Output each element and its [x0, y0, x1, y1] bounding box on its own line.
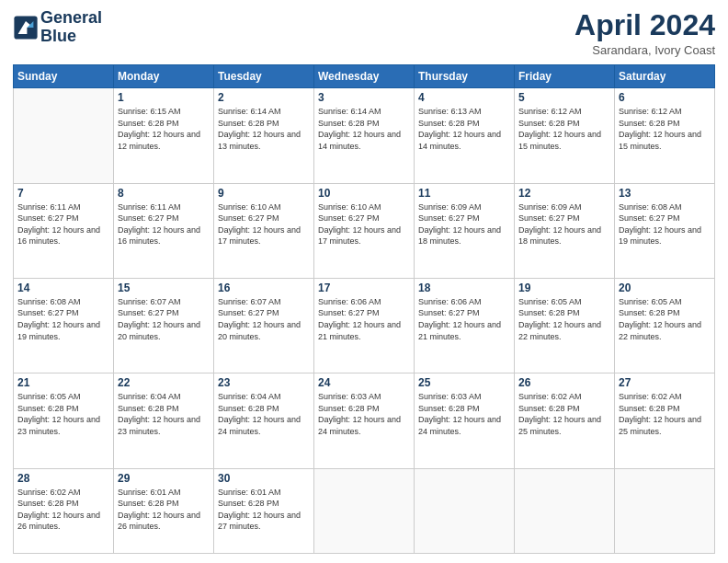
weekday-header: Friday: [515, 65, 615, 88]
calendar-cell: 21Sunrise: 6:05 AMSunset: 6:28 PMDayligh…: [14, 373, 114, 468]
calendar-cell: 11Sunrise: 6:09 AMSunset: 6:27 PMDayligh…: [415, 183, 515, 278]
calendar-cell: 15Sunrise: 6:07 AMSunset: 6:27 PMDayligh…: [114, 278, 214, 373]
day-number: 16: [218, 282, 310, 294]
header: General Blue April 2024 Sarandara, Ivory…: [13, 9, 715, 57]
day-number: 19: [518, 282, 610, 294]
calendar-cell: [615, 468, 715, 554]
subtitle: Sarandara, Ivory Coast: [574, 43, 715, 57]
logo-icon: [13, 15, 39, 40]
day-number: 6: [619, 91, 711, 104]
calendar-cell: 18Sunrise: 6:06 AMSunset: 6:27 PMDayligh…: [415, 278, 515, 373]
day-number: 8: [118, 187, 210, 200]
day-info: Sunrise: 6:05 AMSunset: 6:28 PMDaylight:…: [619, 296, 711, 342]
main-title: April 2024: [574, 9, 715, 41]
weekday-header: Tuesday: [214, 65, 314, 88]
day-info: Sunrise: 6:11 AMSunset: 6:27 PMDaylight:…: [17, 201, 109, 247]
day-number: 12: [518, 187, 610, 200]
day-info: Sunrise: 6:07 AMSunset: 6:27 PMDaylight:…: [118, 296, 210, 342]
day-info: Sunrise: 6:09 AMSunset: 6:27 PMDaylight:…: [518, 201, 610, 247]
day-number: 13: [619, 187, 711, 200]
calendar-week-row: 1Sunrise: 6:15 AMSunset: 6:28 PMDaylight…: [14, 88, 715, 183]
calendar-cell: 29Sunrise: 6:01 AMSunset: 6:28 PMDayligh…: [114, 468, 214, 554]
calendar-cell: 30Sunrise: 6:01 AMSunset: 6:28 PMDayligh…: [214, 468, 314, 554]
day-info: Sunrise: 6:07 AMSunset: 6:27 PMDaylight:…: [218, 296, 310, 342]
logo-text: General Blue: [40, 9, 102, 46]
page: General Blue April 2024 Sarandara, Ivory…: [0, 0, 728, 563]
calendar-cell: [314, 468, 415, 554]
title-block: April 2024 Sarandara, Ivory Coast: [574, 9, 715, 57]
day-info: Sunrise: 6:08 AMSunset: 6:27 PMDaylight:…: [17, 296, 109, 342]
day-number: 28: [17, 472, 109, 485]
day-number: 30: [218, 472, 310, 485]
logo: General Blue: [13, 9, 102, 46]
calendar-cell: 17Sunrise: 6:06 AMSunset: 6:27 PMDayligh…: [314, 278, 415, 373]
calendar-week-row: 7Sunrise: 6:11 AMSunset: 6:27 PMDaylight…: [14, 183, 715, 278]
day-number: 21: [17, 376, 109, 389]
calendar-cell: 2Sunrise: 6:14 AMSunset: 6:28 PMDaylight…: [214, 88, 314, 183]
day-number: 24: [318, 376, 410, 389]
weekday-header-row: SundayMondayTuesdayWednesdayThursdayFrid…: [14, 65, 715, 88]
day-number: 11: [418, 187, 510, 200]
calendar-cell: 25Sunrise: 6:03 AMSunset: 6:28 PMDayligh…: [415, 373, 515, 468]
day-info: Sunrise: 6:10 AMSunset: 6:27 PMDaylight:…: [318, 201, 410, 247]
calendar-cell: 3Sunrise: 6:14 AMSunset: 6:28 PMDaylight…: [314, 88, 415, 183]
calendar-cell: 23Sunrise: 6:04 AMSunset: 6:28 PMDayligh…: [214, 373, 314, 468]
day-number: 27: [619, 376, 711, 389]
day-number: 15: [118, 282, 210, 294]
calendar-cell: 9Sunrise: 6:10 AMSunset: 6:27 PMDaylight…: [214, 183, 314, 278]
day-info: Sunrise: 6:04 AMSunset: 6:28 PMDaylight:…: [118, 391, 210, 437]
day-info: Sunrise: 6:12 AMSunset: 6:28 PMDaylight:…: [518, 106, 610, 152]
calendar-cell: 1Sunrise: 6:15 AMSunset: 6:28 PMDaylight…: [114, 88, 214, 183]
day-info: Sunrise: 6:01 AMSunset: 6:28 PMDaylight:…: [218, 487, 310, 533]
calendar-cell: 26Sunrise: 6:02 AMSunset: 6:28 PMDayligh…: [515, 373, 615, 468]
day-number: 29: [118, 472, 210, 485]
day-info: Sunrise: 6:03 AMSunset: 6:28 PMDaylight:…: [418, 391, 510, 437]
day-info: Sunrise: 6:08 AMSunset: 6:27 PMDaylight:…: [619, 201, 711, 247]
calendar-cell: 24Sunrise: 6:03 AMSunset: 6:28 PMDayligh…: [314, 373, 415, 468]
calendar-cell: [14, 88, 114, 183]
day-number: 2: [218, 91, 310, 104]
day-number: 14: [17, 282, 109, 294]
weekday-header: Saturday: [615, 65, 715, 88]
calendar-cell: 27Sunrise: 6:02 AMSunset: 6:28 PMDayligh…: [615, 373, 715, 468]
calendar-cell: 20Sunrise: 6:05 AMSunset: 6:28 PMDayligh…: [615, 278, 715, 373]
day-info: Sunrise: 6:02 AMSunset: 6:28 PMDaylight:…: [619, 391, 711, 437]
logo-line1: General: [40, 8, 102, 27]
day-info: Sunrise: 6:06 AMSunset: 6:27 PMDaylight:…: [418, 296, 510, 342]
logo-line2: Blue: [40, 27, 76, 45]
calendar-cell: 22Sunrise: 6:04 AMSunset: 6:28 PMDayligh…: [114, 373, 214, 468]
day-number: 10: [318, 187, 410, 200]
day-number: 4: [418, 91, 510, 104]
day-info: Sunrise: 6:10 AMSunset: 6:27 PMDaylight:…: [218, 201, 310, 247]
calendar-cell: 7Sunrise: 6:11 AMSunset: 6:27 PMDaylight…: [14, 183, 114, 278]
calendar-table: SundayMondayTuesdayWednesdayThursdayFrid…: [13, 64, 715, 554]
day-number: 20: [619, 282, 711, 294]
day-info: Sunrise: 6:14 AMSunset: 6:28 PMDaylight:…: [218, 106, 310, 152]
calendar-cell: 14Sunrise: 6:08 AMSunset: 6:27 PMDayligh…: [14, 278, 114, 373]
day-number: 9: [218, 187, 310, 200]
calendar-cell: [415, 468, 515, 554]
calendar-cell: [515, 468, 615, 554]
calendar-week-row: 14Sunrise: 6:08 AMSunset: 6:27 PMDayligh…: [14, 278, 715, 373]
day-number: 25: [418, 376, 510, 389]
day-number: 23: [218, 376, 310, 389]
day-number: 22: [118, 376, 210, 389]
day-number: 7: [17, 187, 109, 200]
calendar-cell: 28Sunrise: 6:02 AMSunset: 6:28 PMDayligh…: [14, 468, 114, 554]
day-number: 26: [518, 376, 610, 389]
calendar-cell: 12Sunrise: 6:09 AMSunset: 6:27 PMDayligh…: [515, 183, 615, 278]
weekday-header: Wednesday: [314, 65, 415, 88]
day-info: Sunrise: 6:05 AMSunset: 6:28 PMDaylight:…: [17, 391, 109, 437]
day-number: 3: [318, 91, 410, 104]
weekday-header: Thursday: [415, 65, 515, 88]
day-number: 1: [118, 91, 210, 104]
day-info: Sunrise: 6:12 AMSunset: 6:28 PMDaylight:…: [619, 106, 711, 152]
calendar-cell: 19Sunrise: 6:05 AMSunset: 6:28 PMDayligh…: [515, 278, 615, 373]
weekday-header: Sunday: [14, 65, 114, 88]
day-info: Sunrise: 6:13 AMSunset: 6:28 PMDaylight:…: [418, 106, 510, 152]
day-info: Sunrise: 6:03 AMSunset: 6:28 PMDaylight:…: [318, 391, 410, 437]
day-info: Sunrise: 6:02 AMSunset: 6:28 PMDaylight:…: [518, 391, 610, 437]
day-info: Sunrise: 6:01 AMSunset: 6:28 PMDaylight:…: [118, 487, 210, 533]
day-info: Sunrise: 6:09 AMSunset: 6:27 PMDaylight:…: [418, 201, 510, 247]
weekday-header: Monday: [114, 65, 214, 88]
